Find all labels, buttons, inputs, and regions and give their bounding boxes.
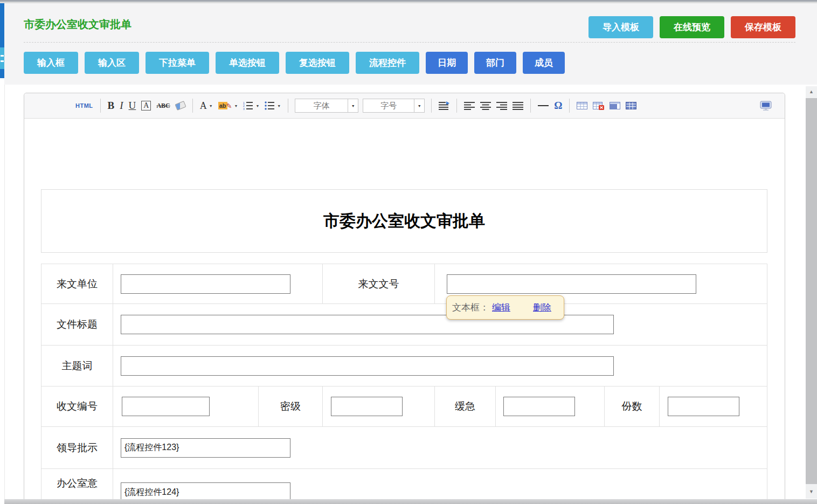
editor-canvas[interactable]: 市委办公室收文审批单 来文单位 来文文号 文件标题 主题词 <box>24 119 785 504</box>
underline-icon[interactable]: U <box>129 100 136 112</box>
app-window: 市委办公室收文审批单 导入模板 在线预览 保存模板 输入框 输入区 下拉菜单 单… <box>0 0 817 504</box>
field-context-tooltip: 文本框： 编辑 删除 <box>446 295 564 320</box>
toolbar-separator <box>192 99 193 113</box>
label-leader-instructions: 领导批示 <box>41 427 113 468</box>
editor-toolbar: HTML B I U A ABC A▼ ab✎▼ 123 ▼ ▼ 字体▼ 字号▼ <box>24 93 785 119</box>
label-security-level: 密级 <box>259 386 323 426</box>
rich-text-editor: HTML B I U A ABC A▼ ab✎▼ 123 ▼ ▼ 字体▼ 字号▼ <box>24 93 785 504</box>
component-palette: 输入框 输入区 下拉菜单 单选按钮 复选按钮 流程控件 日期 部门 成员 <box>24 52 565 74</box>
leader-instructions-flow-control[interactable] <box>121 438 290 458</box>
incoming-doc-number-input[interactable] <box>447 274 696 294</box>
import-template-button[interactable]: 导入模板 <box>588 16 653 38</box>
indent-icon[interactable] <box>439 101 449 110</box>
label-urgency: 缓急 <box>435 386 496 426</box>
background-sidebar-edge <box>0 3 4 78</box>
page-title: 市委办公室收文审批单 <box>24 17 131 32</box>
add-input-box-button[interactable]: 输入框 <box>24 52 78 74</box>
table-row: 收文编号 密级 缓急 份数 <box>41 386 767 427</box>
html-source-icon[interactable]: HTML <box>75 102 93 109</box>
form-table: 来文单位 来文文号 文件标题 主题词 收文编号 <box>41 264 767 504</box>
vertical-scrollbar[interactable]: ▲ ▼ <box>806 86 817 499</box>
table-cell-properties-icon[interactable] <box>610 101 620 110</box>
font-size-select[interactable]: 字号▼ <box>363 99 425 113</box>
copies-input[interactable] <box>668 397 739 416</box>
table-properties-icon[interactable] <box>626 101 636 110</box>
font-color-icon[interactable]: A▼ <box>200 100 213 112</box>
label-receipt-number: 收文编号 <box>41 386 113 426</box>
header-divider <box>24 42 795 43</box>
toolbar-separator <box>569 99 570 113</box>
label-subject-words: 主题词 <box>41 346 113 386</box>
add-date-button[interactable]: 日期 <box>426 52 468 74</box>
delete-link[interactable]: 删除 <box>533 301 551 314</box>
align-justify-icon[interactable] <box>513 101 523 110</box>
ordered-list-icon[interactable]: 123 ▼ <box>243 101 259 110</box>
scrollbar-thumb[interactable] <box>806 98 817 484</box>
chevron-down-icon[interactable]: ▼ <box>414 99 424 112</box>
eraser-icon[interactable] <box>176 102 185 109</box>
special-char-icon[interactable]: Ω <box>554 100 562 112</box>
label-incoming-unit: 来文单位 <box>41 264 113 303</box>
align-left-icon[interactable] <box>464 101 475 110</box>
strikethrough-icon[interactable]: ABC <box>156 102 170 110</box>
highlight-icon[interactable]: ab✎▼ <box>218 102 238 110</box>
toolbar-separator <box>530 99 531 113</box>
window-bottom-edge <box>4 499 817 504</box>
scroll-down-arrow-icon[interactable]: ▼ <box>806 486 817 497</box>
svg-text:3: 3 <box>243 107 245 111</box>
chevron-down-icon[interactable]: ▼ <box>348 99 358 112</box>
align-center-icon[interactable] <box>480 101 491 110</box>
insert-table-icon[interactable] <box>577 101 587 110</box>
font-family-select[interactable]: 字体▼ <box>295 99 358 113</box>
save-template-button[interactable]: 保存模板 <box>731 16 795 38</box>
label-incoming-doc-number: 来文文号 <box>323 264 435 303</box>
table-row: 领导批示 <box>41 427 767 469</box>
horizontal-rule-icon[interactable] <box>538 105 549 106</box>
unordered-list-icon[interactable]: ▼ <box>265 101 281 110</box>
delete-table-icon[interactable] <box>593 101 604 111</box>
edit-link[interactable]: 编辑 <box>492 301 510 314</box>
header-actions: 导入模板 在线预览 保存模板 <box>588 16 795 38</box>
add-flow-control-button[interactable]: 流程控件 <box>356 52 419 74</box>
document-title: 市委办公室收文审批单 <box>323 210 485 232</box>
table-row: 来文单位 来文文号 <box>41 264 767 304</box>
table-row: 主题词 <box>41 346 767 386</box>
align-right-icon[interactable] <box>496 101 507 110</box>
template-header: 市委办公室收文审批单 导入模板 在线预览 保存模板 输入框 输入区 下拉菜单 单… <box>4 3 817 85</box>
document-title-box[interactable]: 市委办公室收文审批单 <box>41 189 767 253</box>
add-radio-button[interactable]: 单选按钮 <box>216 52 279 74</box>
incoming-unit-input[interactable] <box>121 274 290 294</box>
online-preview-button[interactable]: 在线预览 <box>660 16 724 38</box>
font-style-box-icon[interactable]: A <box>141 101 151 111</box>
toolbar-separator <box>100 99 101 113</box>
security-level-input[interactable] <box>331 397 403 416</box>
toolbar-separator <box>288 99 288 113</box>
label-document-title: 文件标题 <box>41 304 113 345</box>
subject-words-input[interactable] <box>121 356 614 376</box>
italic-icon[interactable]: I <box>120 100 123 112</box>
tooltip-field-type-label: 文本框： <box>452 301 489 314</box>
add-member-button[interactable]: 成员 <box>523 52 565 74</box>
add-dropdown-button[interactable]: 下拉菜单 <box>146 52 209 74</box>
scroll-up-arrow-icon[interactable]: ▲ <box>806 86 817 97</box>
bold-icon[interactable]: B <box>108 100 115 112</box>
table-row: 文件标题 <box>41 304 767 346</box>
receipt-number-input[interactable] <box>122 397 210 416</box>
urgency-input[interactable] <box>503 397 575 416</box>
label-copies: 份数 <box>605 386 660 426</box>
add-department-button[interactable]: 部门 <box>474 52 516 74</box>
add-checkbox-button[interactable]: 复选按钮 <box>286 52 349 74</box>
add-textarea-button[interactable]: 输入区 <box>85 52 139 74</box>
toolbar-separator <box>431 99 432 113</box>
fullscreen-icon[interactable] <box>760 101 772 111</box>
toolbar-separator <box>456 99 457 113</box>
